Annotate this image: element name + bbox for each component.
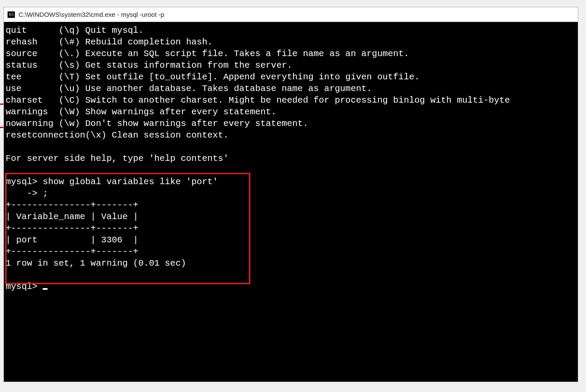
mysql-prompt: mysql> (6, 282, 43, 292)
window-title: C:\WINDOWS\system32\cmd.exe - mysql -uro… (19, 11, 164, 18)
table-border: +---------------+-------+ (6, 247, 139, 257)
table-row: | port | 3306 | (6, 235, 139, 245)
titlebar[interactable]: C:\ C:\WINDOWS\system32\cmd.exe - mysql … (4, 7, 578, 22)
help-line: source (\.) Execute an SQL script file. … (6, 49, 409, 59)
cmd-app-icon: C:\ (7, 11, 15, 18)
result-footer: 1 row in set, 1 warning (0.01 sec) (6, 258, 186, 268)
server-help-hint: For server side help, type 'help content… (6, 154, 229, 163)
mysql-prompt-line: mysql> show global variables like 'port' (6, 177, 218, 187)
mysql-continuation-line: -> ; (6, 188, 48, 198)
table-border: +---------------+-------+ (6, 223, 139, 233)
help-line: charset (\C) Switch to another charset. … (6, 95, 510, 105)
help-line: warnings (\W) Show warnings after every … (6, 107, 276, 117)
table-header-row: | Variable_name | Value | (6, 212, 139, 222)
help-line: rehash (\#) Rebuild completion hash. (6, 37, 213, 47)
text-cursor (43, 288, 47, 290)
help-line: use (\u) Use another database. Takes dat… (6, 84, 372, 94)
cmd-window: C:\ C:\WINDOWS\system32\cmd.exe - mysql … (3, 7, 578, 382)
left-stub-decor-2 (0, 127, 3, 128)
table-border: +---------------+-------+ (6, 200, 139, 210)
help-line: nowarning (\w) Don't show warnings after… (6, 119, 308, 129)
terminal-output[interactable]: quit (\q) Quit mysql. rehash (\#) Rebuil… (4, 22, 578, 382)
help-line: resetconnection(\x) Clean session contex… (6, 130, 229, 140)
help-line: quit (\q) Quit mysql. (6, 25, 144, 35)
help-line: tee (\T) Set outfile [to_outfile]. Appen… (6, 72, 420, 82)
left-stub-decor-1 (0, 103, 3, 105)
help-line: status (\s) Get status information from … (6, 60, 292, 70)
